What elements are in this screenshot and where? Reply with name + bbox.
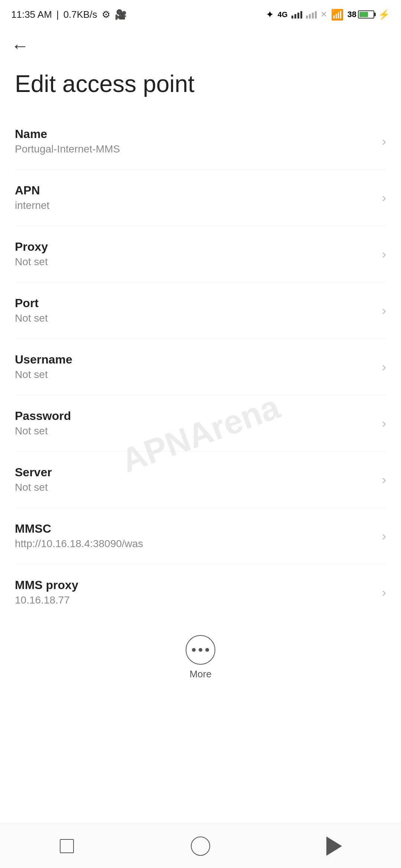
bluetooth-icon: ✦ [266,9,274,20]
settings-item-name[interactable]: Name Portugal-Internet-MMS › [15,113,386,170]
bottom-nav [0,823,401,868]
chevron-right-icon: › [382,585,386,599]
settings-item-password[interactable]: Password Not set › [15,395,386,451]
page-title: Edit access point [0,62,401,113]
time-display: 11:35 AM [11,9,52,20]
settings-item-username[interactable]: Username Not set › [15,339,386,395]
status-right: ✦ 4G ✕ 📶 38 ⚡ [266,9,390,21]
charging-icon: ⚡ [378,9,390,20]
home-button[interactable] [186,831,215,861]
settings-icon: ⚙ [102,9,110,20]
dot-2 [199,648,202,652]
chevron-right-icon: › [382,472,386,487]
signal-bars-2 [306,10,317,19]
more-circle-icon [186,635,215,665]
signal-bars-1 [291,10,302,19]
speed-display: 0.7KB/s [63,9,97,20]
separator: | [56,9,59,20]
item-label-username: Username [15,353,375,366]
settings-item-mmsc[interactable]: MMSC http://10.16.18.4:38090/was › [15,508,386,564]
item-value-server: Not set [15,481,375,493]
item-label-proxy: Proxy [15,240,375,254]
dot-1 [192,648,196,652]
item-value-name: Portugal-Internet-MMS [15,143,375,155]
item-value-username: Not set [15,369,375,381]
top-nav: ← [0,26,401,62]
back-nav-button[interactable] [319,831,349,861]
no-signal-icon: ✕ [320,10,327,19]
item-label-name: Name [15,127,375,141]
settings-item-mms-proxy[interactable]: MMS proxy 10.16.18.77 › [15,564,386,620]
settings-item-proxy[interactable]: Proxy Not set › [15,226,386,282]
settings-item-port[interactable]: Port Not set › [15,282,386,339]
chevron-right-icon: › [382,247,386,261]
item-value-port: Not set [15,312,375,324]
settings-item-apn[interactable]: APN internet › [15,170,386,226]
more-label: More [189,668,211,680]
item-value-proxy: Not set [15,256,375,268]
dot-3 [205,648,209,652]
item-value-apn: internet [15,200,375,211]
more-button[interactable]: More [0,620,401,691]
chevron-right-icon: › [382,359,386,374]
chevron-right-icon: › [382,190,386,205]
item-value-mms-proxy: 10.16.18.77 [15,594,375,606]
settings-list: Name Portugal-Internet-MMS › APN interne… [0,113,401,620]
network-4g-label: 4G [278,10,288,19]
item-label-server: Server [15,466,375,479]
back-nav-icon [326,836,342,856]
status-left: 11:35 AM | 0.7KB/s ⚙ 🎥 [11,9,127,20]
home-icon [191,836,210,856]
recent-apps-button[interactable] [52,831,82,861]
item-value-mmsc: http://10.16.18.4:38090/was [15,538,375,550]
item-label-apn: APN [15,184,375,197]
chevron-right-icon: › [382,529,386,543]
item-label-port: Port [15,296,375,310]
wifi-icon: 📶 [331,9,344,21]
settings-item-server[interactable]: Server Not set › [15,451,386,508]
battery-indicator: 38 [348,10,374,19]
camera-icon: 🎥 [115,9,127,20]
back-button[interactable]: ← [11,37,29,55]
item-label-mmsc: MMSC [15,522,375,536]
item-value-password: Not set [15,425,375,437]
item-label-password: Password [15,409,375,423]
chevron-right-icon: › [382,134,386,148]
status-bar: 11:35 AM | 0.7KB/s ⚙ 🎥 ✦ 4G ✕ 📶 38 ⚡ [0,0,401,26]
battery-pct: 38 [348,10,356,19]
chevron-right-icon: › [382,303,386,318]
item-label-mms-proxy: MMS proxy [15,578,375,592]
chevron-right-icon: › [382,416,386,430]
recent-apps-icon [60,839,74,853]
